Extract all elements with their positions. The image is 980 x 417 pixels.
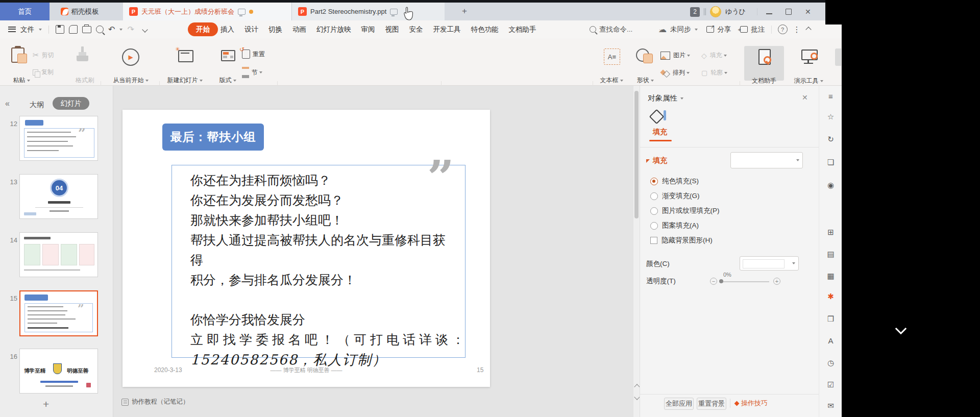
sync-caret[interactable]	[695, 29, 698, 31]
share-label[interactable]: 分享	[718, 25, 731, 34]
reset-background-button[interactable]: 重置背景	[697, 398, 726, 410]
cloud-sync-icon[interactable]: ☁✕	[658, 24, 667, 34]
save-icon[interactable]	[56, 25, 64, 34]
print-preview-icon[interactable]	[96, 26, 104, 33]
comment-label[interactable]: 批注	[751, 25, 765, 34]
radio-picture-fill[interactable]: 图片或纹理填充(P)	[650, 206, 720, 215]
slide-text-box[interactable]: 你还在为挂科而烦恼吗？ 你还在为发展分而发愁吗？ 那就快来参加帮扶小组吧！ 帮扶…	[172, 165, 465, 358]
transparency-slider-handle[interactable]	[719, 279, 723, 283]
rail-mail-icon[interactable]: ✉	[819, 401, 842, 410]
message-count-badge[interactable]: 2	[690, 7, 700, 17]
sync-status[interactable]: 未同步	[670, 25, 691, 34]
panel-title[interactable]: 对象属性	[648, 93, 677, 103]
menu-tab-devtools[interactable]: 开发工具	[433, 25, 461, 34]
rail-drag-handle-icon[interactable]: ≡	[819, 92, 842, 101]
help-icon[interactable]: ?	[778, 24, 788, 34]
tab-document-1[interactable]: P 天元班（大一上）成绩分析班会	[123, 3, 291, 20]
undo-caret[interactable]	[119, 29, 122, 31]
slide-thumbnail-15-selected[interactable]: ”	[19, 290, 98, 336]
rail-settings-icon-active[interactable]: ✱	[819, 292, 842, 301]
radio-pattern-fill[interactable]: 图案填充(A)	[650, 221, 699, 230]
menu-tab-view[interactable]: 视图	[385, 25, 399, 34]
apply-all-button[interactable]: 全部应用	[664, 398, 694, 410]
color-combobox[interactable]	[740, 256, 799, 271]
scrollbar-thumb[interactable]	[634, 91, 639, 218]
tab-home[interactable]: 首页	[0, 3, 50, 20]
rail-history-icon[interactable]: ↻	[819, 135, 842, 144]
rail-favorites-icon[interactable]: ☆	[819, 112, 842, 121]
undo-icon[interactable]: ↶	[108, 24, 115, 34]
menu-tab-design[interactable]: 设计	[244, 25, 258, 34]
paste-button[interactable]: 粘贴	[7, 45, 34, 79]
close-button[interactable]: ✕	[800, 8, 816, 16]
participants-scroll-down-button[interactable]	[893, 325, 909, 336]
picture-button[interactable]: 图片	[660, 51, 690, 60]
tab-slides-active[interactable]: 幻灯片	[53, 97, 89, 110]
slide-thumbnail-16[interactable]: 博学至精 明德至善	[19, 349, 98, 394]
notes-bar[interactable]: 协作教程（记笔记）	[121, 398, 189, 406]
comment-icon[interactable]: +	[740, 26, 748, 33]
tab-outline[interactable]: 大纲	[30, 101, 44, 110]
fill-button[interactable]: ◇ 填充	[701, 51, 727, 60]
outline-button[interactable]: ▢ 轮廓	[701, 68, 727, 77]
rail-chart-icon[interactable]: ▦	[819, 272, 842, 281]
transparency-decrease-button[interactable]: −	[710, 278, 717, 285]
collapse-ribbon-icon[interactable]	[805, 27, 811, 32]
presentation-tools-button[interactable]: 演示工具	[788, 46, 829, 81]
arrange-button[interactable]: 排列	[660, 68, 690, 77]
fill-tab-active[interactable]: 填充	[648, 109, 672, 142]
minimize-button[interactable]	[762, 7, 777, 16]
slide-thumbnail-12[interactable]: ”	[19, 116, 98, 161]
transparency-slider-track[interactable]	[720, 281, 769, 282]
maximize-button[interactable]	[781, 9, 796, 15]
file-menu[interactable]: 文件	[20, 25, 34, 34]
panel-collapse-icon[interactable]: «	[5, 99, 10, 108]
section-button[interactable]: 节	[242, 67, 262, 78]
radio-solid-fill[interactable]: 纯色填充(S)	[650, 177, 699, 186]
menu-tab-security[interactable]: 安全	[409, 25, 423, 34]
copy-button[interactable]: 复制	[33, 68, 54, 77]
reset-button[interactable]: ↺ 重置	[242, 50, 265, 59]
user-name[interactable]: ゆうひ	[725, 7, 746, 16]
print-icon[interactable]	[82, 26, 91, 33]
slide-thumbnail-14[interactable]	[19, 232, 98, 277]
tab-docer[interactable]: 稻壳模板	[50, 3, 110, 20]
quickbar-collapse-icon[interactable]	[142, 27, 148, 32]
fill-type-combobox[interactable]	[730, 152, 803, 168]
document-scrollbar[interactable]	[633, 86, 640, 417]
layout-button[interactable]: 版式	[214, 45, 241, 79]
rail-clipboard-icon[interactable]: ❒	[819, 314, 842, 324]
panel-close-icon[interactable]: ✕	[802, 93, 808, 102]
user-avatar[interactable]	[710, 6, 721, 17]
transparency-increase-button[interactable]: +	[773, 278, 780, 285]
checkbox-hide-background[interactable]: 隐藏背景图形(H)	[650, 236, 713, 245]
menu-tab-transition[interactable]: 切换	[268, 25, 282, 34]
command-search[interactable]: 查找命令...	[590, 20, 632, 38]
export-pdf-icon[interactable]	[69, 25, 78, 34]
rail-clock-icon[interactable]: ◷	[819, 358, 842, 367]
play-from-current-button[interactable]: ▶ 从当前开始	[105, 45, 156, 79]
menu-tab-slideshow[interactable]: 幻灯片放映	[316, 25, 351, 34]
new-tab-button[interactable]: +	[462, 6, 467, 16]
slide-thumbnail-13[interactable]: 04	[19, 174, 98, 219]
menu-tab-assistant[interactable]: 文档助手	[509, 25, 536, 34]
share-icon[interactable]: ↗	[706, 26, 714, 33]
tab-document-2[interactable]: P Part2 Stereochemistry.ppt	[291, 3, 445, 20]
menu-tab-home-active[interactable]: 开始	[188, 22, 218, 36]
menu-tab-features[interactable]: 特色功能	[471, 25, 499, 34]
rail-comment-icon[interactable]: ❏	[819, 158, 842, 167]
panel-title-caret[interactable]	[680, 97, 683, 100]
add-slide-button[interactable]: +	[43, 398, 49, 410]
rail-table-icon[interactable]: ⊞	[819, 228, 842, 237]
scroll-down-button[interactable]	[635, 392, 639, 401]
text-box-button[interactable]: A≡ 文本框	[595, 45, 628, 79]
rail-seal-icon[interactable]: ◉	[819, 181, 842, 190]
menu-tab-review[interactable]: 审阅	[361, 25, 375, 34]
rail-checkbox-icon[interactable]: ☑	[819, 380, 842, 389]
rail-font-icon[interactable]: A	[819, 336, 842, 345]
menu-tab-animation[interactable]: 动画	[292, 25, 306, 34]
menu-tab-insert[interactable]: 插入	[220, 25, 234, 34]
section-collapse-triangle[interactable]	[646, 159, 650, 163]
hamburger-menu-icon[interactable]	[8, 27, 16, 32]
more-options-icon[interactable]: ⋮	[793, 25, 801, 34]
